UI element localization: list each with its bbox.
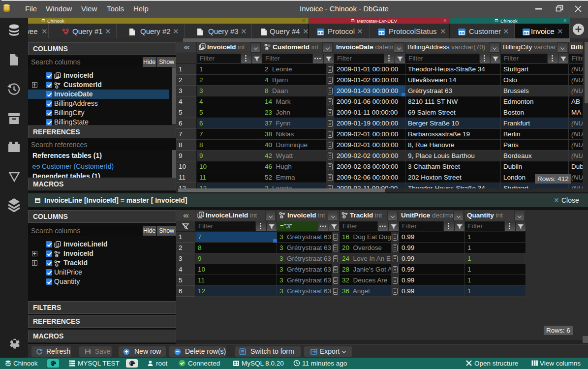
- svg-text:1: 1: [200, 213, 203, 217]
- svg-text:1: 1: [202, 44, 204, 49]
- svg-text:1: 1: [57, 242, 60, 246]
- svg-text:1: 1: [57, 73, 60, 78]
